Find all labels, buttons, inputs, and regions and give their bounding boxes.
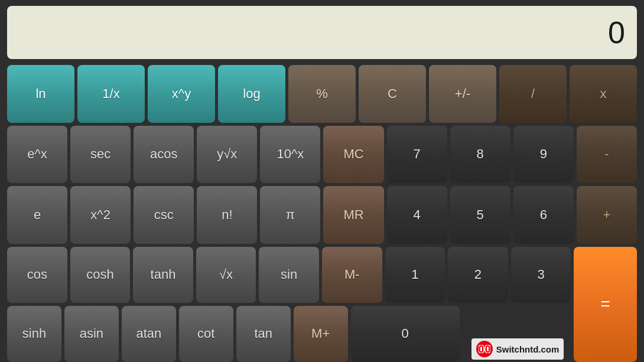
percent-button[interactable]: % bbox=[288, 65, 356, 123]
cot-button[interactable]: cot bbox=[179, 306, 233, 362]
cosh-button[interactable]: cosh bbox=[70, 247, 131, 303]
asin-button[interactable]: asin bbox=[64, 306, 119, 362]
inv-button[interactable]: 1/x bbox=[77, 65, 145, 123]
ln-button[interactable]: ln bbox=[7, 65, 74, 123]
cos-button[interactable]: cos bbox=[7, 247, 67, 303]
xpow2-button[interactable]: x^2 bbox=[70, 186, 131, 244]
mplus-button[interactable]: M+ bbox=[294, 306, 348, 362]
rows-4-5-combined: cos cosh tanh √x sin M- 1 2 3 sinh asin … bbox=[7, 247, 637, 362]
nintendo-icon bbox=[476, 341, 493, 357]
xpowy-button[interactable]: x^y bbox=[148, 65, 215, 123]
acos-button[interactable]: acos bbox=[134, 126, 194, 184]
tanh-button[interactable]: tanh bbox=[133, 247, 193, 303]
svg-rect-3 bbox=[487, 347, 489, 351]
log-button[interactable]: log bbox=[218, 65, 285, 123]
sinh-button[interactable]: sinh bbox=[7, 306, 61, 362]
buttons-grid: ln 1/x x^y log % C +/- / x e^x sec acos … bbox=[7, 65, 637, 362]
mr-button[interactable]: MR bbox=[323, 186, 383, 244]
sec-button[interactable]: sec bbox=[70, 126, 131, 184]
row-3: e x^2 csc n! π MR 4 5 6 + bbox=[7, 186, 637, 244]
ysqrtx-button[interactable]: y√x bbox=[197, 126, 257, 184]
nfact-button[interactable]: n! bbox=[197, 186, 257, 244]
clear-button[interactable]: C bbox=[359, 65, 426, 123]
seven-button[interactable]: 7 bbox=[387, 126, 447, 184]
posneg-button[interactable]: +/- bbox=[429, 65, 496, 123]
row-2: e^x sec acos y√x 10^x MC 7 8 9 - bbox=[7, 126, 637, 184]
multiply-button[interactable]: x bbox=[570, 65, 637, 123]
one-button[interactable]: 1 bbox=[385, 247, 445, 303]
epowx-button[interactable]: e^x bbox=[7, 126, 67, 184]
three-button[interactable]: 3 bbox=[511, 247, 571, 303]
row-5: sinh asin atan cot tan M+ 0 . bbox=[7, 306, 571, 362]
row-1: ln 1/x x^y log % C +/- / x bbox=[7, 65, 637, 123]
display-value: 0 bbox=[608, 15, 625, 50]
zero-button[interactable]: 0 bbox=[351, 306, 460, 362]
eight-button[interactable]: 8 bbox=[450, 126, 510, 184]
svg-rect-2 bbox=[480, 347, 482, 351]
e-button[interactable]: e bbox=[7, 186, 67, 244]
two-button[interactable]: 2 bbox=[448, 247, 508, 303]
equals-button[interactable]: = bbox=[574, 247, 637, 362]
tan-button[interactable]: tan bbox=[236, 306, 291, 362]
sin-button[interactable]: sin bbox=[259, 247, 319, 303]
row-4: cos cosh tanh √x sin M- 1 2 3 bbox=[7, 247, 571, 303]
sqrt-button[interactable]: √x bbox=[196, 247, 256, 303]
mminus-button[interactable]: M- bbox=[322, 247, 382, 303]
csc-button[interactable]: csc bbox=[134, 186, 194, 244]
nintendo-switch-logo bbox=[479, 345, 490, 353]
pi-button[interactable]: π bbox=[260, 186, 320, 244]
tenpowx-button[interactable]: 10^x bbox=[260, 126, 320, 184]
minus-button[interactable]: - bbox=[577, 126, 637, 184]
watermark-text: Switchntd.com bbox=[496, 344, 560, 354]
divide-button[interactable]: / bbox=[499, 65, 567, 123]
plus-button[interactable]: + bbox=[577, 186, 637, 244]
watermark: Switchntd.com bbox=[471, 338, 564, 360]
four-button[interactable]: 4 bbox=[387, 186, 447, 244]
nine-button[interactable]: 9 bbox=[513, 126, 574, 184]
atan-button[interactable]: atan bbox=[122, 306, 176, 362]
rows-4-5-left: cos cosh tanh √x sin M- 1 2 3 sinh asin … bbox=[7, 247, 571, 362]
calculator: 0 ln 1/x x^y log % C +/- / x e^x sec aco… bbox=[0, 0, 644, 362]
six-button[interactable]: 6 bbox=[513, 186, 574, 244]
display-area: 0 bbox=[7, 6, 637, 59]
five-button[interactable]: 5 bbox=[450, 186, 510, 244]
mc-button[interactable]: MC bbox=[323, 126, 383, 184]
